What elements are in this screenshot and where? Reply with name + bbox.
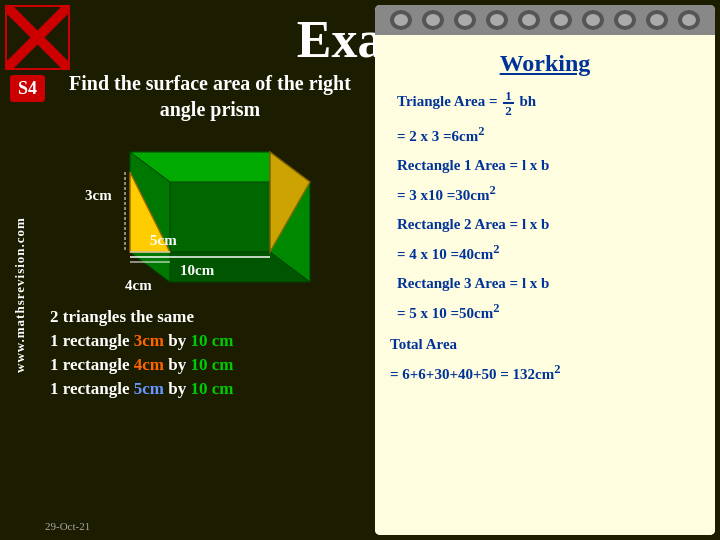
spiral-ring bbox=[678, 10, 700, 30]
total-calc: = 6+6+30+40+50 = 132cm2 bbox=[390, 361, 700, 385]
triangle-calc-line: = 2 x 3 =6cm2 bbox=[397, 123, 700, 147]
rect2-section: Rectangle 2 Area = l x b = 4 x 10 =40cm2 bbox=[390, 214, 700, 265]
bullet-1: 2 triangles the same bbox=[50, 307, 375, 327]
dim-3cm: 3cm bbox=[85, 187, 112, 204]
spiral-ring bbox=[422, 10, 444, 30]
left-panel: Find the surface area of the right angle… bbox=[45, 70, 375, 510]
rect3-label: Rectangle 3 Area = l x b bbox=[397, 273, 700, 294]
bullet-4: 1 rectangle 5cm by 10 cm bbox=[50, 379, 375, 399]
rect1-section: Rectangle 1 Area = l x b = 3 x10 =30cm2 bbox=[390, 155, 700, 206]
spiral-ring bbox=[454, 10, 476, 30]
rect2-calc: = 4 x 10 =40cm2 bbox=[397, 241, 700, 265]
triangle-section: Triangle Area = 1 2 bh = 2 x 3 =6cm2 bbox=[390, 89, 700, 147]
notebook: Working Triangle Area = 1 2 bh = 2 x 3 =… bbox=[375, 5, 715, 535]
sidebar-website: www.mathsrevision.com bbox=[0, 80, 40, 510]
spiral-top bbox=[375, 5, 715, 35]
rect1-label: Rectangle 1 Area = l x b bbox=[397, 155, 700, 176]
dim-5cm: 5cm bbox=[150, 232, 177, 249]
total-label: Total Area bbox=[390, 334, 700, 355]
fraction-half: 1 2 bbox=[503, 89, 514, 117]
footer-date: 29-Oct-21 bbox=[45, 520, 90, 532]
notebook-content: Working Triangle Area = 1 2 bh = 2 x 3 =… bbox=[375, 35, 715, 535]
spiral-ring bbox=[550, 10, 572, 30]
problem-description: Find the surface area of the right angle… bbox=[45, 70, 375, 122]
rect3-calc: = 5 x 10 =50cm2 bbox=[397, 300, 700, 324]
bullet-3: 1 rectangle 4cm by 10 cm bbox=[50, 355, 375, 375]
spiral-ring bbox=[390, 10, 412, 30]
spiral-ring bbox=[486, 10, 508, 30]
working-title: Working bbox=[390, 50, 700, 77]
triangle-area-line: Triangle Area = 1 2 bh bbox=[397, 89, 700, 117]
prism-diagram: 3cm 5cm 10cm 4cm bbox=[70, 132, 350, 292]
total-section: Total Area = 6+6+30+40+50 = 132cm2 bbox=[390, 334, 700, 385]
rect2-label: Rectangle 2 Area = l x b bbox=[397, 214, 700, 235]
logo bbox=[5, 5, 75, 75]
rect3-section: Rectangle 3 Area = l x b = 5 x 10 =50cm2 bbox=[390, 273, 700, 324]
dim-4cm: 4cm bbox=[125, 277, 152, 294]
bullet-list: 2 triangles the same 1 rectangle 3cm by … bbox=[45, 307, 375, 399]
spiral-ring bbox=[582, 10, 604, 30]
spiral-ring bbox=[518, 10, 540, 30]
spiral-ring bbox=[614, 10, 636, 30]
bullet-2: 1 rectangle 3cm by 10 cm bbox=[50, 331, 375, 351]
dim-10cm: 10cm bbox=[180, 262, 214, 279]
spiral-ring bbox=[646, 10, 668, 30]
rect1-calc: = 3 x10 =30cm2 bbox=[397, 182, 700, 206]
